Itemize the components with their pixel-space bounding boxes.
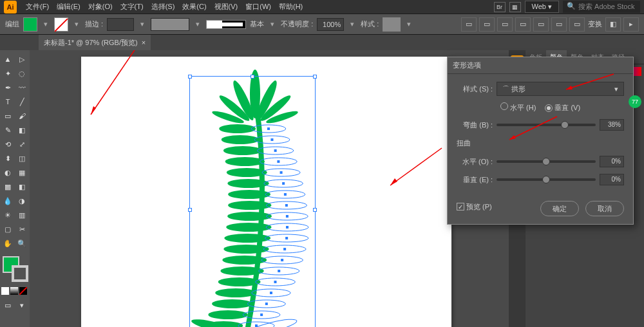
isolate-icon[interactable]: ◧ <box>605 17 621 32</box>
align-icon[interactable]: ▭ <box>497 17 513 32</box>
stroke-swatch[interactable] <box>54 17 68 32</box>
hdist-slider[interactable] <box>497 160 596 163</box>
vdist-value[interactable]: 0% <box>600 174 624 185</box>
mesh-tool[interactable]: ▩ <box>1 180 14 193</box>
stroke-weight-input[interactable] <box>107 18 134 31</box>
fill-dropdown-icon[interactable]: ▾ <box>41 20 50 29</box>
bend-label: 弯曲 (B) : <box>457 120 493 130</box>
bridge-icon[interactable]: Br <box>494 2 506 12</box>
opacity-label: 不透明度 : <box>281 19 313 29</box>
hdist-value[interactable]: 0% <box>600 156 624 167</box>
menu-object[interactable]: 对象(O) <box>84 2 117 12</box>
perspective-tool[interactable]: ▦ <box>15 166 28 179</box>
stroke-dropdown-icon[interactable]: ▾ <box>72 20 81 29</box>
free-transform-tool[interactable]: ◫ <box>15 152 28 165</box>
scale-tool[interactable]: ⤢ <box>15 138 28 151</box>
preview-checkbox[interactable]: 预览 (P) <box>457 202 492 212</box>
magic-wand-tool[interactable]: ✦ <box>1 67 14 80</box>
blend-tool[interactable]: ◑ <box>15 194 28 207</box>
line-tool[interactable]: ╱ <box>15 95 28 108</box>
menu-help[interactable]: 帮助(H) <box>275 2 307 12</box>
document-tab[interactable]: 未标题-1* @ 97% (RGB/预览) × <box>39 35 151 50</box>
app-logo: Ai <box>4 1 17 14</box>
vdist-label: 垂直 (E) : <box>457 175 493 185</box>
symbol-tool[interactable]: ☀ <box>1 209 14 221</box>
brush-preview[interactable] <box>206 20 246 29</box>
brush-name: 基本 <box>250 19 264 29</box>
direct-select-tool[interactable]: ▷ <box>15 53 28 66</box>
bend-value[interactable]: 38% <box>600 119 624 131</box>
eraser-tool[interactable]: ◧ <box>15 124 28 136</box>
selection-tool[interactable]: ▲ <box>1 53 14 66</box>
style-dd[interactable]: ▾ <box>404 20 413 29</box>
bend-slider[interactable] <box>497 124 596 126</box>
hand-tool[interactable]: ✋ <box>1 237 14 250</box>
dialog-title: 变形选项 <box>448 57 633 74</box>
artboard-tool[interactable]: ▢ <box>1 223 14 236</box>
selection-bbox[interactable] <box>189 76 316 327</box>
brush-tool[interactable]: 🖌 <box>15 109 28 122</box>
fill-stroke-indicator[interactable] <box>1 255 30 283</box>
menu-window[interactable]: 窗口(W) <box>242 2 275 12</box>
menu-effect[interactable]: 效果(C) <box>178 2 210 12</box>
width-tool[interactable]: ⬍ <box>1 152 14 165</box>
canvas[interactable] <box>30 50 509 327</box>
brush-dd[interactable]: ▾ <box>268 20 277 29</box>
artboard <box>81 57 451 327</box>
arrange-icon[interactable]: ▦ <box>509 2 521 12</box>
selection-mode: 编组 <box>5 19 19 29</box>
align-icon[interactable]: ▭ <box>461 17 477 32</box>
shape-builder-tool[interactable]: ◐ <box>1 166 14 179</box>
fill-swatch[interactable] <box>23 17 37 32</box>
rectangle-tool[interactable]: ▭ <box>1 109 14 122</box>
flyout-icon[interactable]: ▸ <box>623 17 639 32</box>
chevron-down-icon: ▾ <box>614 85 618 93</box>
align-icon[interactable]: ▭ <box>569 17 585 32</box>
shaper-tool[interactable]: ✎ <box>1 124 14 136</box>
zoom-tool[interactable]: 🔍 <box>15 237 28 250</box>
align-icon[interactable]: ▭ <box>551 17 567 32</box>
screen-mode[interactable]: ▭ <box>1 299 14 312</box>
align-icon[interactable]: ▭ <box>533 17 549 32</box>
lasso-tool[interactable]: ◌ <box>15 67 28 80</box>
slice-tool[interactable]: ✂ <box>15 223 28 236</box>
stroke-weight-dd-icon[interactable]: ▾ <box>138 20 147 29</box>
menu-type[interactable]: 文字(T) <box>117 2 147 12</box>
toolbox: ▲▷ ✦◌ ✒〰 T╱ ▭🖌 ✎◧ ⟲⤢ ⬍◫ ◐▦ ▩◧ 💧◑ ☀▥ ▢✂ ✋… <box>0 50 30 327</box>
gradient-tool[interactable]: ◧ <box>15 180 28 193</box>
menu-view[interactable]: 视图(V) <box>211 2 242 12</box>
tab-title: 未标题-1* @ 97% (RGB/预览) <box>44 38 138 48</box>
hdist-label: 水平 (O) : <box>457 157 493 167</box>
stroke-label: 描边 : <box>85 19 103 29</box>
opacity-dd[interactable]: ▾ <box>348 20 357 29</box>
workspace-dropdown[interactable]: Web ▾ <box>525 1 559 13</box>
rotate-tool[interactable]: ⟲ <box>1 138 14 151</box>
screen-mode-dd[interactable]: ▾ <box>15 299 28 312</box>
vdist-slider[interactable] <box>497 178 596 181</box>
close-icon[interactable]: × <box>142 39 146 46</box>
style-label: 样式 (S) : <box>457 84 493 94</box>
orient-horizontal[interactable]: 水平 (H) <box>500 102 536 113</box>
orient-vertical[interactable]: 垂直 (V) <box>545 103 580 113</box>
align-icon[interactable]: ▭ <box>479 17 495 32</box>
menu-select[interactable]: 选择(S) <box>147 2 179 12</box>
transform-label[interactable]: 变换 <box>587 17 603 32</box>
stroke-profile[interactable] <box>151 18 189 31</box>
eyedropper-tool[interactable]: 💧 <box>1 194 14 207</box>
graph-tool[interactable]: ▥ <box>15 209 28 221</box>
pen-tool[interactable]: ✒ <box>1 81 14 94</box>
color-modes[interactable] <box>1 287 28 295</box>
type-tool[interactable]: T <box>1 95 14 108</box>
curvature-tool[interactable]: 〰 <box>15 81 28 94</box>
cancel-button[interactable]: 取消 <box>585 201 624 216</box>
style-select[interactable]: ⌒ 拱形▾ <box>497 82 624 96</box>
stock-search[interactable]: 🔍 搜索 Adobe Stock <box>563 1 640 13</box>
ok-button[interactable]: 确定 <box>540 201 579 216</box>
graphic-style[interactable] <box>383 17 401 32</box>
menu-file[interactable]: 文件(F) <box>22 2 53 12</box>
menu-edit[interactable]: 编辑(E) <box>53 2 84 12</box>
stroke-profile-dd[interactable]: ▾ <box>193 20 202 29</box>
align-icon[interactable]: ▭ <box>515 17 531 32</box>
opacity-input[interactable]: 100% <box>317 18 344 31</box>
status-badge: 77 <box>629 95 641 108</box>
